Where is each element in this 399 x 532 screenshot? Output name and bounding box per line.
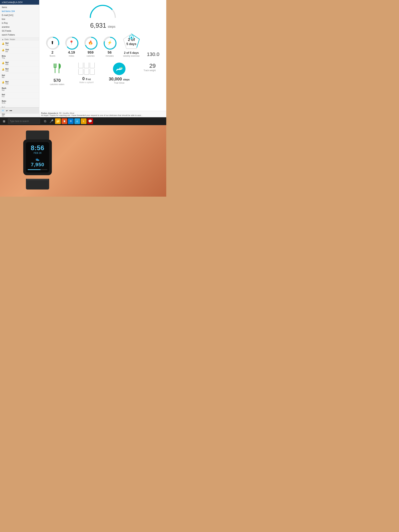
sidebar-nav: Items ted Items 104 E-mail [141] box is … xyxy=(0,5,39,38)
right-value-display: 130.0 xyxy=(147,51,159,57)
svg-text:5 days: 5 days xyxy=(126,42,136,46)
right-bottom-value: 29 xyxy=(144,63,156,69)
monitor-screen: s.McCorkle@LA.GOV Items ted Items 104 E-… xyxy=(0,0,166,121)
water-metric: 0 fl oz Make a splash! xyxy=(78,63,95,84)
water-sublabel: Make a splash! xyxy=(78,81,95,84)
glass-icon-6 xyxy=(90,69,95,75)
calories-label: calories xyxy=(87,55,95,57)
watch-band-top xyxy=(26,131,49,139)
start-button[interactable]: ⊞ xyxy=(1,118,7,124)
email-content: Nol Fro xyxy=(2,94,37,98)
taskbar-folder-icon[interactable]: 📁 xyxy=(55,118,61,124)
list-item[interactable]: 🔔 Nol Sub xyxy=(0,67,39,73)
taskbar-outlook-icon[interactable]: O xyxy=(68,118,74,124)
sidebar-item-search-folders[interactable]: earch Folders xyxy=(0,33,39,37)
email-content: Bria Tha xyxy=(2,55,37,59)
trophy-badge xyxy=(113,63,126,75)
watch-body: 8:56 FEB 29 👟 7,950 xyxy=(23,139,52,175)
list-item[interactable]: Barb Nol xyxy=(0,86,39,92)
sidebar-more-icon[interactable]: ••• xyxy=(9,109,12,112)
taskbar-mic-icon[interactable]: 🎤 xyxy=(49,118,54,124)
list-item[interactable]: Bato Hi N xyxy=(0,99,39,105)
watch-strap-clasp xyxy=(27,179,48,180)
sidebar-item-arantine[interactable]: arantine xyxy=(0,25,39,29)
list-item[interactable]: 🔔 Vict Altr xyxy=(0,47,39,54)
list-item[interactable]: Nol We xyxy=(0,73,39,80)
metric-floors: ⬆ 2 floors xyxy=(46,37,59,57)
steps-arc-svg xyxy=(89,4,117,20)
exercise-days-text: 2 of 5 days xyxy=(124,51,139,55)
steps-display: 6,931 steps xyxy=(43,22,163,29)
taskbar-chat-icon[interactable]: 💬 xyxy=(87,118,93,124)
svg-rect-18 xyxy=(59,63,59,73)
message-body-preview: Hi Hope! Thanks for reaching out. I have… xyxy=(41,114,142,116)
email-content: Nol Sub xyxy=(5,81,37,85)
sidebar-toolbar: 📧 ↩ ••• xyxy=(0,107,39,114)
sidebar-item-ted-items[interactable]: ted Items 104 xyxy=(0,9,39,13)
fitbit-watch: 8:56 FEB 29 👟 7,950 xyxy=(18,131,57,188)
list-item[interactable]: 🔔 Nol I ha xyxy=(0,41,39,47)
calories-eaten-metric: 570 calories eaten xyxy=(50,63,64,86)
taskbar-search-input[interactable] xyxy=(8,119,40,124)
email-flag-icon: 🔔 xyxy=(2,49,4,51)
svg-point-19 xyxy=(121,67,122,68)
minutes-label: minutes xyxy=(106,55,114,57)
miles-arc xyxy=(65,37,79,50)
steps-count: 6,931 xyxy=(90,22,106,29)
watch-band-bottom xyxy=(26,179,49,190)
sidebar-item-is-roy[interactable]: is Roy xyxy=(0,21,39,25)
glass-icon-2 xyxy=(84,63,89,68)
message-subject: RE: Healthy Meal xyxy=(59,112,74,114)
utensils-svg xyxy=(52,63,63,75)
taskbar: ⊞ ⧉ 🎤 📁 📋 O e L 💬 xyxy=(0,117,166,125)
glass-icon-1 xyxy=(78,63,83,68)
calories-value: 959 xyxy=(88,51,94,55)
list-item[interactable]: Bria Tha xyxy=(0,54,39,60)
miles-circle: 📍 xyxy=(65,37,78,49)
svg-rect-14 xyxy=(56,63,57,67)
sidebar-new-icon[interactable]: 📧 xyxy=(1,109,5,112)
right-value: 130.0 xyxy=(147,51,159,57)
glass-icon-4 xyxy=(78,69,83,75)
list-item[interactable]: 🔔 Nol Affe xyxy=(0,60,39,67)
list-item[interactable]: Nol Fro xyxy=(0,92,39,99)
floors-value: 2 xyxy=(51,51,53,55)
email-flag-icon: 🔔 xyxy=(2,68,4,71)
minutes-value: 56 xyxy=(108,51,112,55)
goal-value: 30,000 steps xyxy=(109,76,130,82)
sidebar-item-box[interactable]: box xyxy=(0,17,39,21)
glass-icon-5 xyxy=(84,69,89,75)
sidebar-item-ss-feeds[interactable]: SS Feeds xyxy=(0,29,39,33)
email-content: Nol Sub xyxy=(5,68,37,72)
taskbar-learner-icon[interactable]: L xyxy=(81,118,87,124)
glass-icon-3 xyxy=(90,63,95,68)
exercise-subtitle: weekly exercise xyxy=(123,55,140,57)
watch-steps: 7,950 xyxy=(31,162,44,167)
watch-time: 8:56 xyxy=(31,145,44,151)
sidebar-item-email[interactable]: E-mail [141] xyxy=(0,13,39,17)
taskbar-multitasking-icon[interactable]: ⧉ xyxy=(42,118,48,124)
water-glasses-display xyxy=(78,63,95,75)
svg-rect-15 xyxy=(54,63,54,67)
email-content: Vict Altr xyxy=(5,48,37,53)
taskbar-office-icon[interactable]: 📋 xyxy=(62,118,67,124)
sidebar-item-items[interactable]: Items xyxy=(0,5,39,9)
watch-progress-fill xyxy=(28,169,41,170)
fork-knife-icon xyxy=(50,63,64,76)
email-content: Nol Affe xyxy=(5,61,37,65)
sidebar-reply-icon[interactable]: ↩ xyxy=(6,109,8,112)
watch-screen: 8:56 FEB 29 👟 7,950 xyxy=(26,142,49,172)
miles-label: miles xyxy=(69,55,74,57)
minutes-circle: ⚡ xyxy=(103,37,116,49)
svg-rect-16 xyxy=(54,67,57,68)
wrist-area: 8:56 FEB 29 👟 7,950 xyxy=(0,120,166,197)
metric-weekly-exercise: 2 of 5 days 2 of 5 days weekly exercise xyxy=(122,33,140,57)
taskbar-ie-icon[interactable]: e xyxy=(74,118,80,124)
weekly-exercise-display: 2 of 5 days xyxy=(122,33,140,51)
email-flag-icon: 🔔 xyxy=(2,81,4,83)
email-content: Barb Nol xyxy=(2,87,37,91)
list-item[interactable]: 🔔 Nol Sub xyxy=(0,80,39,86)
email-flag-icon: 🔔 xyxy=(2,62,4,64)
pentagon-svg: 2 of 5 days xyxy=(122,33,140,50)
email-sidebar: s.McCorkle@LA.GOV Items ted Items 104 E-… xyxy=(0,0,39,121)
